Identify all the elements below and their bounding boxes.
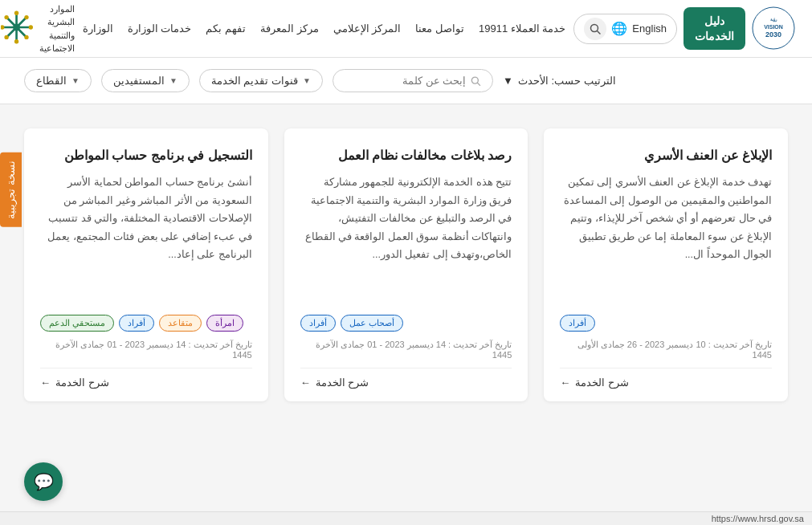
chat-icon: 💬 xyxy=(34,472,54,491)
sort-dropdown[interactable]: الترتيب حسب: الأحدث ▼ xyxy=(503,75,616,87)
card3-date: تاريخ آخر تحديث : 14 ديسمبر 2023 - 01 جم… xyxy=(40,340,252,360)
language-label: English xyxy=(632,22,667,35)
nav-ministry-services[interactable]: خدمات الوزارة xyxy=(128,22,192,35)
channels-label: قنوات تقديم الخدمة xyxy=(211,75,298,87)
sector-dropdown[interactable]: ▼ القطاع xyxy=(24,69,92,92)
card1-body: تهدف خدمة الإبلاغ عن العنف الأسري إلى تم… xyxy=(560,173,772,307)
card2-link[interactable]: شرح الخدمة ← xyxy=(300,368,512,389)
ministry-name-text: الموارد البشرية والتنمية الاجتماعية xyxy=(39,2,75,55)
sort-label: الترتيب حسب: الأحدث xyxy=(518,75,616,87)
tag-woman: امرأة xyxy=(206,315,243,332)
filter-bar: الترتيب حسب: الأحدث ▼ ▼ قنوات تقديم الخد… xyxy=(0,58,812,104)
vision-logo: رؤية VISION 2030 xyxy=(752,6,796,51)
svg-point-15 xyxy=(24,35,28,39)
tag-retired: متقاعد xyxy=(159,315,202,332)
card3-body: أنشئ برنامج حساب المواطن لحماية الأسر ال… xyxy=(40,173,252,307)
services-grid: الإبلاغ عن العنف الأسري تهدف خدمة الإبلا… xyxy=(24,128,788,401)
chat-button[interactable]: 💬 xyxy=(24,462,63,501)
main-content: نسخة تجريبية الإبلاغ عن العنف الأسري تهد… xyxy=(0,104,812,506)
card3-link-label: شرح الخدمة xyxy=(55,376,109,389)
sector-label: القطاع xyxy=(36,75,67,87)
guide-button[interactable]: دليل الخدمات xyxy=(683,7,745,49)
channels-dropdown[interactable]: ▼ قنوات تقديم الخدمة xyxy=(199,69,323,92)
vision-logo-area: رؤية VISION 2030 دليل الخدمات xyxy=(683,6,796,51)
tag-employers: أصحاب عمل xyxy=(341,315,403,332)
card2-date: تاريخ آخر تحديث : 14 ديسمبر 2023 - 01 جم… xyxy=(300,340,512,360)
card1-date: تاريخ آخر تحديث : 10 ديسمبر 2023 - 26 جم… xyxy=(560,340,772,360)
card3-title: التسجيل في برنامج حساب المواطن xyxy=(40,146,252,165)
search-input[interactable] xyxy=(345,75,467,87)
main-nav: خدمة العملاء 19911 تواصل معنا المركز الإ… xyxy=(83,22,566,35)
card1-title: الإبلاغ عن العنف الأسري xyxy=(560,146,772,165)
nav-customer-service[interactable]: خدمة العملاء 19911 xyxy=(479,22,565,35)
nav-media[interactable]: المركز الإعلامي xyxy=(333,22,402,35)
card3-arrow-icon: ← xyxy=(40,376,51,389)
svg-point-10 xyxy=(14,10,18,14)
svg-text:رؤية: رؤية xyxy=(770,17,777,22)
globe-icon: 🌐 xyxy=(611,21,627,36)
nav-contact[interactable]: تواصل معنا xyxy=(415,22,464,35)
card3-tags: امرأة متقاعد أفراد مستحقي الدعم xyxy=(40,315,252,332)
svg-text:VISION: VISION xyxy=(764,24,783,30)
svg-point-14 xyxy=(4,14,8,18)
card-domestic-violence: الإبلاغ عن العنف الأسري تهدف خدمة الإبلا… xyxy=(544,128,788,401)
search-icon-button[interactable] xyxy=(584,18,606,40)
tag-individuals2: أفراد xyxy=(119,315,154,332)
card1-link[interactable]: شرح الخدمة ← xyxy=(560,368,772,389)
nav-knowledge[interactable]: مركز المعرفة xyxy=(260,22,319,35)
card2-link-label: شرح الخدمة xyxy=(316,376,369,389)
card2-arrow-icon: ← xyxy=(300,376,311,389)
tag-support: مستحقي الدعم xyxy=(40,315,114,332)
svg-point-11 xyxy=(14,39,18,43)
main-header: رؤية VISION 2030 دليل الخدمات English 🌐 xyxy=(0,0,812,58)
beneficiaries-arrow-icon: ▼ xyxy=(169,76,177,85)
svg-line-20 xyxy=(478,83,480,85)
ministry-logo: الموارد البشرية والتنمية الاجتماعية xyxy=(1,2,75,55)
svg-point-17 xyxy=(4,35,8,39)
header-right: رؤية VISION 2030 دليل الخدمات English 🌐 xyxy=(573,6,796,51)
card2-body: تتيح هذه الخدمة الإلكترونية للجمهور مشار… xyxy=(300,173,512,307)
keyword-search-icon xyxy=(471,75,480,87)
beneficiaries-label: المستفيدين xyxy=(113,75,165,87)
card-work-violations: رصد بلاغات مخالفات نظام العمل تتيح هذه ا… xyxy=(284,128,528,401)
ministry-star-icon xyxy=(1,7,33,51)
keyword-search[interactable] xyxy=(333,69,493,92)
beneficiaries-dropdown[interactable]: ▼ المستفيدين xyxy=(101,69,190,92)
sort-arrow-icon: ▼ xyxy=(503,75,513,87)
svg-point-18 xyxy=(13,23,20,31)
svg-point-13 xyxy=(29,25,33,29)
tag-individuals: أفراد xyxy=(300,315,336,332)
card2-tags: أصحاب عمل أفراد xyxy=(300,315,512,332)
svg-point-12 xyxy=(1,25,4,29)
card2-title: رصد بلاغات مخالفات نظام العمل xyxy=(300,146,512,165)
svg-text:2030: 2030 xyxy=(765,31,781,39)
search-lang-area[interactable]: English 🌐 xyxy=(573,14,677,44)
vision-2030-svg: رؤية VISION 2030 xyxy=(752,6,796,51)
card1-tags: أفراد xyxy=(560,315,772,332)
nav-understand[interactable]: تفهم بكم xyxy=(206,22,246,35)
tag-afrad: أفراد xyxy=(560,315,595,332)
sector-arrow-icon: ▼ xyxy=(71,76,80,85)
channels-arrow-icon: ▼ xyxy=(303,76,311,85)
card1-link-label: شرح الخدمة xyxy=(575,376,629,389)
svg-line-5 xyxy=(598,31,601,34)
svg-point-16 xyxy=(24,14,28,18)
card1-arrow-icon: ← xyxy=(560,376,570,389)
card-citizen-account: التسجيل في برنامج حساب المواطن أنشئ برنا… xyxy=(24,128,268,401)
search-icon xyxy=(590,23,601,35)
nav-ministry[interactable]: الوزارة xyxy=(83,22,113,35)
beta-label[interactable]: نسخة تجريبية xyxy=(0,153,22,227)
card3-link[interactable]: شرح الخدمة ← xyxy=(40,368,252,389)
